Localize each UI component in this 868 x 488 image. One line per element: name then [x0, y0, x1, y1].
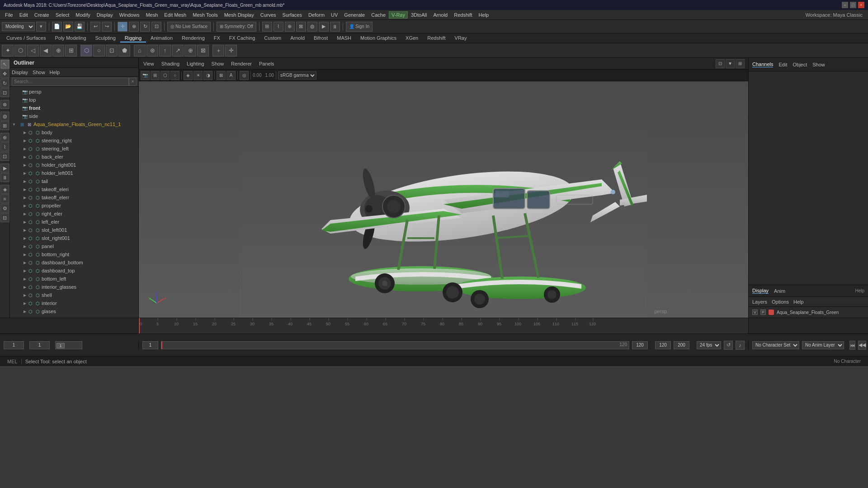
tree-item-front[interactable]: 📷 front — [10, 104, 138, 112]
layer-row[interactable]: V P Aqua_Seaplane_Floats_Green — [752, 309, 864, 316]
vp-render-mode[interactable]: ⊠ — [217, 71, 226, 80]
scale-tool[interactable]: ⊡ — [0, 88, 9, 97]
tree-item-bottom-left[interactable]: ▶ ⬡ ⬡ bottom_left — [10, 275, 138, 283]
tree-item-left-eler[interactable]: ▶ ⬡ ⬡ left_eler — [10, 218, 138, 226]
tab-display[interactable]: Display — [752, 288, 769, 294]
tab-anim[interactable]: Anim — [774, 288, 785, 294]
menu-vray-tag[interactable]: V-Ray — [389, 11, 408, 19]
snap-grid-btn[interactable]: ⊞ — [262, 22, 272, 32]
layer-v-checkbox[interactable]: V — [752, 310, 758, 315]
range-end-input[interactable] — [632, 341, 648, 349]
menu-help[interactable]: Help — [476, 11, 492, 19]
tab-sculpting[interactable]: Sculpting — [91, 34, 120, 42]
save-btn[interactable]: 💾 — [75, 22, 85, 32]
menu-file[interactable]: File — [2, 11, 16, 19]
audio-btn[interactable]: ♪ — [736, 341, 745, 350]
shelf-ik[interactable]: ↗ — [172, 45, 184, 56]
vp-grid-btn[interactable]: ⊞ — [151, 71, 160, 80]
tree-item-side[interactable]: 📷 side — [10, 112, 138, 120]
tree-item-dashboard-bottom[interactable]: ▶ ⬡ ⬡ dashboard_bottom — [10, 258, 138, 267]
undo-btn[interactable]: ↩ — [90, 22, 100, 32]
vp-menu-lighting[interactable]: Lighting — [184, 60, 207, 67]
menu-edit[interactable]: Edit — [16, 11, 31, 19]
tree-item-glases[interactable]: ▶ ⬡ ⬡ glases — [10, 307, 138, 315]
tab-bifrost[interactable]: Bifrost — [309, 34, 332, 42]
display-help[interactable]: Help — [855, 288, 864, 293]
shelf-paint[interactable]: ◁ — [27, 45, 39, 56]
vp-xray-btn[interactable]: ◈ — [184, 71, 193, 80]
viewport-canvas[interactable]: X Y Z persp — [139, 81, 748, 318]
vp-menu-renderer[interactable]: Renderer — [228, 60, 255, 67]
snap-to-view[interactable]: ⊡ — [0, 152, 9, 161]
soft-mod[interactable]: ◍ — [0, 112, 9, 121]
playback-range-bar[interactable]: 120 — [161, 341, 629, 349]
menu-cache[interactable]: Cache — [368, 11, 389, 19]
vp-isolate-btn[interactable]: ◎ — [240, 71, 249, 80]
tree-item-interior[interactable]: ▶ ⬡ ⬡ interior — [10, 299, 138, 307]
channel-box[interactable]: ⊟ — [0, 213, 9, 222]
menu-arnold[interactable]: Arnold — [430, 11, 451, 19]
tab-xgen[interactable]: XGen — [401, 34, 423, 42]
tab-custom[interactable]: Custom — [259, 34, 286, 42]
tree-item-shell[interactable]: ▶ ⬡ ⬡ shell — [10, 291, 138, 299]
tree-item-slot-right[interactable]: ▶ ⬡ ⬡ slot_right001 — [10, 234, 138, 242]
tab-vray[interactable]: VRay — [450, 34, 472, 42]
tree-item-panel[interactable]: ▶ ⬡ ⬡ panel — [10, 242, 138, 250]
select-btn[interactable]: ✛ — [118, 22, 127, 32]
vp-shadow-btn[interactable]: ◑ — [203, 71, 212, 80]
vp-menu-shading[interactable]: Shading — [159, 60, 182, 67]
prev-key-btn[interactable]: ◀◀ — [858, 341, 866, 350]
tab-arnold[interactable]: Arnold — [286, 34, 309, 42]
hypershade[interactable]: ◈ — [0, 185, 9, 194]
vp-smooth-btn[interactable]: ○ — [170, 71, 179, 80]
vp-camera-btn[interactable]: 📷 — [141, 71, 150, 80]
menu-windows[interactable]: Windows — [116, 11, 143, 19]
ipr-icon[interactable]: ⏸ — [0, 173, 9, 182]
tab-edit[interactable]: Edit — [778, 62, 787, 67]
rotate-tool[interactable]: ↻ — [0, 79, 9, 88]
tree-item-tail[interactable]: ▶ ⬡ ⬡ tail — [10, 177, 138, 185]
tree-item-top[interactable]: 📷 top — [10, 96, 138, 104]
shelf-weight[interactable]: ⊠ — [197, 45, 209, 56]
snap-to-curve[interactable]: ⌇ — [0, 142, 9, 151]
render-icon[interactable]: ▶ — [0, 164, 9, 173]
tree-item-dots[interactable]: ▶ ⬡ ⬡ dots — [10, 315, 138, 318]
scale-btn[interactable]: ⊡ — [151, 22, 161, 32]
menu-modify[interactable]: Modify — [72, 11, 93, 19]
tree-item-holder-right[interactable]: ▶ ⬡ ⬡ holder_right001 — [10, 161, 138, 169]
tab-object[interactable]: Object — [793, 62, 807, 67]
shelf-poly[interactable]: ⬡ — [80, 45, 92, 56]
fps-select[interactable]: 24 fps 30 fps 60 fps — [697, 341, 721, 349]
vp-menu-show[interactable]: Show — [209, 60, 227, 67]
tb-btn-1[interactable]: ▾ — [36, 22, 46, 32]
tab-show[interactable]: Show — [812, 62, 825, 67]
tab-motion-graphics[interactable]: Motion Graphics — [356, 34, 401, 42]
shelf-sphere[interactable]: ○ — [93, 45, 105, 56]
frame-marker[interactable]: 1 — [57, 343, 65, 348]
snap-curve-btn[interactable]: ⌇ — [274, 22, 283, 32]
tree-item-holder-left[interactable]: ▶ ⬡ ⬡ holder_left001 — [10, 169, 138, 177]
snap-point-btn[interactable]: ⊕ — [285, 22, 295, 32]
max-start-input[interactable] — [655, 341, 671, 349]
vp-icon-2[interactable]: ▼ — [726, 59, 735, 68]
tree-item-dashboard-top[interactable]: ▶ ⬡ ⬡ dashboard_top — [10, 267, 138, 275]
tab-mash[interactable]: MASH — [332, 34, 356, 42]
tree-item-bottom-right[interactable]: ▶ ⬡ ⬡ bottom_right — [10, 250, 138, 258]
tool-settings[interactable]: ⚙ — [0, 204, 9, 213]
character-set-select[interactable]: No Character Set — [752, 341, 799, 349]
signin-btn[interactable]: 👤 Sign In — [346, 22, 373, 32]
tree-item-takeoff-eleri[interactable]: ▶ ⬡ ⬡ takeoff_eleri — [10, 185, 138, 193]
tab-rendering[interactable]: Rendering — [177, 34, 209, 42]
menu-surfaces[interactable]: Surfaces — [279, 11, 305, 19]
mini-timeline[interactable]: 1 — [55, 341, 82, 349]
search-clear-btn[interactable]: × — [129, 78, 137, 86]
timeline-main[interactable]: 0 5 10 15 20 25 30 35 40 45 50 55 60 — [139, 318, 748, 333]
render-btn[interactable]: ▶ — [319, 22, 329, 32]
shelf-cube[interactable]: ⊡ — [106, 45, 118, 56]
last-tool[interactable]: ⊗ — [0, 100, 9, 109]
shelf-lasso[interactable]: ⬡ — [14, 45, 26, 56]
vp-icon-1[interactable]: ⊡ — [716, 59, 725, 68]
go-start-btn[interactable]: ⏮ — [849, 341, 855, 350]
symmetry-btn[interactable]: ⊞ Symmetry: Off — [217, 22, 256, 32]
ipr-btn[interactable]: ⏸ — [330, 22, 340, 32]
